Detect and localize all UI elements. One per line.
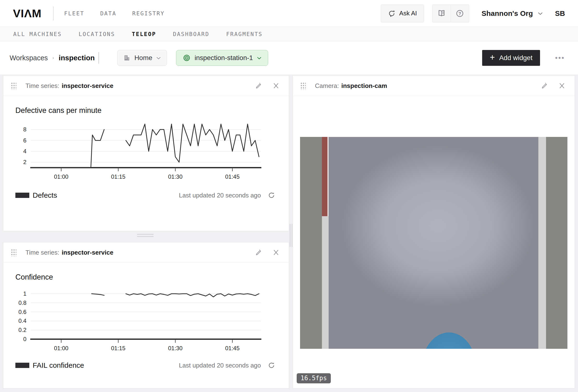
close-widget-button[interactable]: [556, 80, 567, 91]
machine-selector[interactable]: inspection-station-1: [176, 50, 268, 66]
legend-swatch: [15, 193, 29, 198]
timeseries-widget-confidence: Time series: inspector-service Confidenc…: [3, 242, 289, 389]
svg-text:01:30: 01:30: [168, 345, 183, 351]
org-name: Shannon's Org: [482, 9, 533, 17]
more-menu-button[interactable]: •••: [555, 54, 565, 62]
add-widget-label: Add widget: [499, 54, 532, 62]
svg-text:1: 1: [23, 291, 26, 297]
widget-type-label: Time series:: [25, 82, 59, 90]
building-icon: [123, 54, 130, 61]
machine-label: inspection-station-1: [194, 54, 253, 62]
edit-widget-button[interactable]: [253, 80, 264, 91]
help-icon-group: ?: [432, 4, 469, 22]
svg-text:6: 6: [23, 137, 26, 144]
add-widget-button[interactable]: + Add widget: [482, 50, 540, 66]
camera-stream: [300, 137, 567, 349]
tab-dashboard[interactable]: DASHBOARD: [173, 31, 209, 37]
svg-text:0.4: 0.4: [18, 318, 26, 324]
ask-ai-sparkle-icon: [388, 9, 396, 17]
svg-text:01:30: 01:30: [168, 173, 183, 180]
machine-target-icon: [183, 54, 191, 62]
widget-header: Time series: inspector-service: [3, 242, 289, 263]
camera-left-wall: [300, 137, 322, 349]
widget-resource-name: inspection-cam: [341, 82, 387, 90]
refresh-button[interactable]: [268, 192, 275, 199]
avatar[interactable]: SB: [555, 9, 565, 17]
tab-locations[interactable]: LOCATIONS: [79, 31, 115, 37]
drag-handle-icon[interactable]: [300, 82, 306, 90]
widget-resource-name: inspector-service: [62, 82, 113, 90]
svg-text:01:15: 01:15: [111, 345, 125, 351]
chart-title: Confidence: [15, 273, 289, 282]
chart-footer: Defects Last updated 20 seconds ago: [15, 191, 275, 199]
column-resize-handle[interactable]: [290, 224, 292, 247]
text-caret: [98, 52, 99, 64]
drag-handle-icon[interactable]: [11, 248, 16, 256]
tab-all-machines[interactable]: ALL MACHINES: [13, 31, 62, 37]
camera-body: 16.5fps: [293, 137, 575, 392]
tab-fragments[interactable]: FRAGMENTS: [226, 31, 263, 37]
svg-text:01:45: 01:45: [225, 345, 240, 351]
breadcrumb-workspaces[interactable]: Workspaces: [10, 54, 48, 62]
legend-label: FAIL confidence: [33, 361, 84, 369]
camera-right-rail: [538, 137, 546, 349]
close-icon: [272, 249, 280, 256]
workspace-name-input[interactable]: inspection: [59, 54, 95, 62]
top-header: VIΛM FLEET DATA REGISTRY Ask AI ? Shanno…: [0, 0, 578, 27]
svg-text:01:00: 01:00: [54, 345, 68, 351]
row-resize-handle[interactable]: [137, 234, 153, 238]
last-updated-text: Last updated 20 seconds ago: [179, 192, 261, 199]
svg-text:0.6: 0.6: [18, 309, 26, 315]
widget-header: Time series: inspector-service: [3, 76, 289, 96]
question-circle-icon: ?: [455, 9, 464, 18]
edit-widget-button[interactable]: [253, 247, 264, 258]
svg-text:0: 0: [23, 336, 26, 342]
svg-text:4: 4: [23, 148, 26, 154]
close-widget-button[interactable]: [271, 247, 282, 258]
refresh-icon: [268, 361, 275, 369]
chart-footer: FAIL confidence Last updated 20 seconds …: [15, 361, 275, 369]
chevron-down-icon: [156, 56, 161, 59]
widget-header: Camera: inspection-cam: [293, 76, 575, 96]
ask-ai-label: Ask AI: [399, 10, 417, 17]
svg-text:01:45: 01:45: [225, 173, 240, 180]
refresh-button[interactable]: [268, 361, 275, 369]
book-icon: [437, 9, 446, 18]
workspace-toolbar: Workspaces › inspection Home inspection-…: [0, 41, 578, 74]
widget-resource-name: inspector-service: [62, 249, 113, 256]
timeseries-widget-defects: Time series: inspector-service Defective…: [3, 75, 289, 231]
camera-red-fixture: [322, 137, 328, 216]
camera-belt-area: [329, 137, 538, 349]
chevron-down-icon: [538, 12, 543, 15]
svg-text:8: 8: [23, 126, 26, 133]
svg-text:2: 2: [23, 159, 26, 165]
svg-text:0.8: 0.8: [18, 299, 26, 306]
help-button[interactable]: ?: [451, 5, 469, 22]
pencil-icon: [255, 248, 263, 256]
org-selector[interactable]: Shannon's Org: [482, 9, 543, 17]
defects-chart: 246801:0001:1501:3001:45: [7, 120, 289, 183]
refresh-icon: [268, 192, 275, 199]
legend-swatch: [15, 363, 29, 368]
location-selector[interactable]: Home: [117, 50, 167, 66]
chart-legend: Defects: [15, 191, 57, 199]
nav-item-data[interactable]: DATA: [100, 10, 116, 17]
fps-badge: 16.5fps: [297, 373, 331, 383]
location-label: Home: [134, 54, 152, 62]
edit-widget-button[interactable]: [539, 80, 550, 91]
tab-teleop[interactable]: TELEOP: [132, 31, 156, 37]
nav-item-registry[interactable]: REGISTRY: [132, 10, 165, 17]
drag-handle-icon[interactable]: [11, 82, 16, 90]
chevron-down-icon: [257, 56, 262, 59]
header-divider: [53, 6, 53, 20]
close-widget-button[interactable]: [271, 80, 282, 91]
camera-right-wall: [546, 137, 567, 349]
nav-item-fleet[interactable]: FLEET: [64, 10, 84, 17]
chart-legend: FAIL confidence: [15, 361, 84, 369]
breadcrumb-separator: ›: [53, 56, 54, 60]
docs-button[interactable]: [433, 5, 451, 22]
close-icon: [272, 82, 280, 89]
ask-ai-button[interactable]: Ask AI: [381, 4, 424, 22]
viam-logo[interactable]: VIΛM: [13, 7, 42, 20]
svg-text:0.2: 0.2: [18, 327, 26, 333]
